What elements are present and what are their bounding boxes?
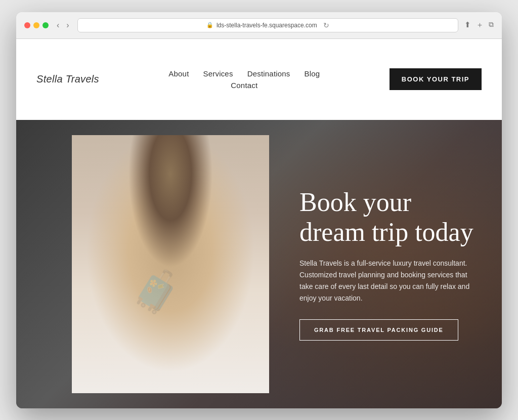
browser-actions: ⬆ ＋ ⧉ [464,20,494,30]
website: Stella Travels About Services Destinatio… [16,39,502,408]
svg-rect-1 [72,297,269,393]
svg-rect-10 [198,249,234,295]
back-button[interactable]: ‹ [55,20,61,31]
svg-point-7 [178,253,186,261]
nav-row-2: Contact [231,81,257,90]
tabs-icon[interactable]: ⧉ [489,20,494,30]
svg-point-5 [169,182,199,218]
svg-rect-6 [177,218,190,230]
minimize-button[interactable] [33,22,39,28]
cta-button[interactable]: GRAB FREE TRAVEL PACKING GUIDE [299,319,458,341]
nav-about[interactable]: About [168,69,189,78]
hero-image-container [72,135,269,393]
hero-description: Stella Travels is a full-service luxury … [299,258,477,304]
share-icon[interactable]: ⬆ [464,20,471,30]
nav-blog[interactable]: Blog [305,69,320,78]
svg-rect-11 [201,262,231,263]
hero-svg-illustration [72,135,269,393]
book-trip-button[interactable]: BOOK YOUR TRIP [390,68,482,90]
svg-rect-9 [196,246,236,302]
hero-title: Book your dream trip today [299,187,477,248]
svg-rect-0 [72,135,269,393]
svg-rect-2 [72,312,269,314]
new-tab-icon[interactable]: ＋ [476,20,484,30]
browser-window: ‹ › 🔒 lds-stella-travels-fe.squarespace.… [16,12,502,408]
url-text: lds-stella-travels-fe.squarespace.com [217,22,317,29]
address-bar[interactable]: 🔒 lds-stella-travels-fe.squarespace.com … [77,18,458,32]
browser-chrome: ‹ › 🔒 lds-stella-travels-fe.squarespace.… [16,12,502,39]
svg-point-4 [164,178,202,224]
nav-contact[interactable]: Contact [231,81,257,90]
hero-content: Book your dream trip today Stella Travel… [269,120,502,408]
maximize-button[interactable] [42,22,49,28]
svg-point-8 [180,255,184,259]
traffic-lights [24,22,49,28]
site-header: Stella Travels About Services Destinatio… [16,39,502,120]
forward-button[interactable]: › [64,20,71,31]
hero-section: Book your dream trip today Stella Travel… [16,120,502,408]
nav-services[interactable]: Services [203,69,233,78]
nav-destinations[interactable]: Destinations [247,69,290,78]
hero-image [72,135,269,393]
browser-controls: ‹ › [55,20,71,31]
reload-icon[interactable]: ↻ [323,21,329,29]
svg-rect-3 [72,302,269,332]
close-button[interactable] [24,22,30,28]
site-nav: About Services Destinations Blog Contact [168,69,320,90]
nav-row-1: About Services Destinations Blog [168,69,320,78]
lock-icon: 🔒 [206,22,213,28]
site-logo[interactable]: Stella Travels [36,73,99,85]
